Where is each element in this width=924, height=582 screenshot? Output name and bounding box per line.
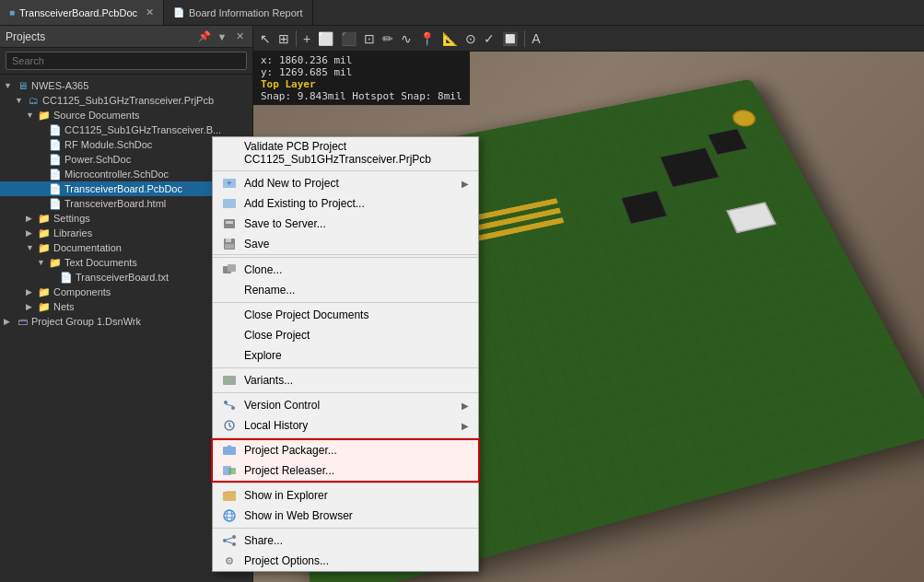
version-control-label: Version Control [244,399,456,412]
menu-item-show-browser[interactable]: Show in Web Browser [213,506,478,526]
components-folder-icon: 📁 [37,285,52,298]
svg-rect-17 [228,468,236,474]
toolbar-pen-btn[interactable]: ✏ [380,30,396,47]
libraries-folder-icon: 📁 [37,227,52,239]
docs-folder-icon: 📁 [37,241,52,254]
explore-icon [220,348,239,363]
menu-item-local-history[interactable]: Local History ▶ [213,415,478,436]
nwes-label: NWES-A365 [31,80,88,91]
project-options-icon [220,553,239,568]
y-value: 1269.685 mil [279,66,352,78]
tab-pcb[interactable]: ■ TransceiverBoard.PcbDoc ✕ [0,0,164,25]
close-project-label: Close Project [244,329,469,342]
svg-point-11 [224,401,228,404]
svg-rect-2 [223,199,236,208]
toolbar-curve-btn[interactable]: ∿ [398,30,415,47]
menu-item-explore[interactable]: Explore [213,345,478,366]
share-icon [220,533,239,548]
menu-item-add-existing[interactable]: Add Existing to Project... [213,193,478,214]
packager-icon [220,443,239,458]
rf-sch-icon: 📄 [48,138,63,151]
tree-item-pcb-file[interactable]: ▶ 📄 CC1125_Sub1GHzTransceiver.B... [0,122,252,137]
tree-item-source-docs[interactable]: ▼ 📁 Source Documents [0,108,252,122]
menu-item-close-docs[interactable]: Close Project Documents [213,305,478,325]
menu-item-project-packager[interactable]: Project Packager... [213,440,478,460]
version-control-icon [220,398,239,413]
tab-report[interactable]: 📄 Board Information Report [164,0,313,25]
project-icon: 🗂 [26,94,41,107]
menu-item-project-releaser[interactable]: Project Releaser... [213,460,478,481]
tree-item-nwes[interactable]: ▼ 🖥 NWES-A365 [0,78,252,93]
clone-label: Clone... [244,263,469,276]
settings-label: Settings [53,213,90,224]
svg-point-24 [232,535,236,539]
coords-overlay: x: 1860.236 mil y: 1269.685 mil Top Laye… [253,52,470,105]
share-label: Share... [244,534,469,547]
toolbar-text-btn[interactable]: A [529,30,543,47]
tree-item-project[interactable]: ▼ 🗂 CC1125_Sub1GHzTransceiver.PrjPcb [0,93,252,108]
releaser-icon [220,463,239,478]
toolbar-drc-btn[interactable]: ✓ [481,30,497,47]
local-history-label: Local History [244,419,456,432]
menu-item-save[interactable]: Save [213,234,478,255]
panel-header: Projects 📌 ▼ ✕ [0,26,252,48]
toolbar-route-btn[interactable]: ⊞ [275,30,292,47]
main-area: Projects 📌 ▼ ✕ ▼ 🖥 NWES-A365 ▼ 🗂 [0,26,924,582]
search-input[interactable] [6,52,247,70]
menu-item-save-server[interactable]: Save to Server... [213,214,478,234]
save-label: Save [244,238,469,250]
toolbar-pin-btn[interactable]: 📍 [416,30,438,47]
panel-menu-btn[interactable]: ▼ [215,29,229,44]
transceiver-pcb-label: TransceiverBoard.PcbDoc [64,183,182,194]
explore-label: Explore [244,349,469,362]
menu-item-version-control[interactable]: Version Control ▶ [213,395,478,415]
menu-item-close-project[interactable]: Close Project [213,325,478,345]
close-project-icon [220,328,239,343]
menu-item-share[interactable]: Share... [213,530,478,551]
group-icon: 🗃 [15,315,29,328]
separator-6 [213,437,478,438]
libraries-label: Libraries [53,227,92,239]
menu-item-variants[interactable]: Variants... [213,370,478,390]
toolbar-select-btn[interactable]: ↖ [257,30,274,47]
panel-close-btn[interactable]: ✕ [232,29,247,44]
show-browser-icon [220,508,239,523]
svg-rect-15 [223,447,236,455]
menu-item-clone[interactable]: Clone... [213,260,478,280]
show-explorer-label: Show in Explorer [244,489,469,502]
pcb-file-icon: 📄 [48,123,63,136]
toolbar-bar-btn[interactable]: ⬛ [338,30,359,47]
pcb-tab-close[interactable]: ✕ [146,6,154,18]
menu-item-rename[interactable]: Rename... [213,280,478,300]
toolbar-via-btn[interactable]: ⊙ [462,30,479,47]
settings-folder-icon: 📁 [37,212,52,225]
menu-item-validate[interactable]: Validate PCB Project CC1125_Sub1GHzTrans… [213,137,478,169]
nets-folder-icon: 📁 [37,300,52,313]
transceiver-pcb-icon: 📄 [48,182,63,195]
tree-arrow-libraries: ▶ [26,228,37,238]
y-label: y: [261,66,273,78]
svg-line-13 [226,404,233,406]
menu-item-show-explorer[interactable]: Show in Explorer [213,485,478,506]
toolbar-3d-btn[interactable]: 🔲 [499,30,520,47]
toolbar-measure-btn[interactable]: 📐 [439,30,461,47]
tree-arrow-components: ▶ [26,287,37,297]
svg-point-20 [227,510,232,521]
menu-item-project-options[interactable]: Project Options... [213,551,478,571]
panel-pin-btn[interactable]: 📌 [197,29,212,44]
toolbar-grid-btn[interactable]: ⊡ [361,30,378,47]
snap-info: Snap: 9.843mil Hotspot Snap: 8mil [261,90,462,102]
menu-item-add-new[interactable]: + Add New to Project ▶ [213,173,478,193]
svg-point-12 [231,406,235,410]
svg-rect-7 [225,244,234,249]
context-menu: Validate PCB Project CC1125_Sub1GHzTrans… [212,136,479,572]
power-sch-icon: 📄 [48,153,63,166]
version-control-arrow: ▶ [462,401,469,411]
show-explorer-icon [220,488,239,503]
separator-2 [213,257,478,258]
tree-arrow-source: ▼ [26,111,37,120]
toolbar-plus-btn[interactable]: + [300,30,313,47]
toolbar-rect-btn[interactable]: ⬜ [315,30,336,47]
panel-controls: 📌 ▼ ✕ [197,29,247,44]
add-existing-label: Add Existing to Project... [244,197,469,210]
